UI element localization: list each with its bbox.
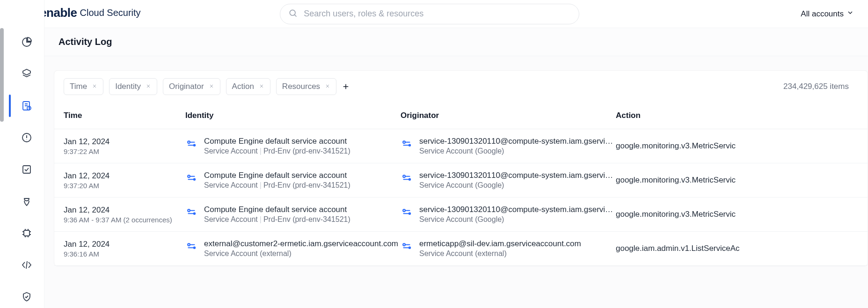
table-row[interactable]: Jan 12, 20249:36:16 AMexternal@customer2… [54, 232, 868, 266]
row-date: Jan 12, 2024 [64, 137, 185, 147]
identity-subtext: Service Account (external) [204, 249, 398, 258]
originator-cell: service-130901320110@compute-system.iam.… [401, 205, 616, 224]
originator-cell: service-130901320110@compute-system.iam.… [401, 171, 616, 190]
close-icon[interactable] [146, 83, 151, 90]
identity-subtext: Service Account|Prd-Env (prd-env-341521) [204, 215, 350, 224]
activity-card: TimeIdentityOriginatorActionResources 23… [54, 70, 868, 266]
originator-name: service-130901320110@compute-system.iam.… [419, 171, 616, 180]
close-icon[interactable] [209, 83, 214, 90]
nav-identity[interactable] [17, 192, 36, 211]
originator-name: service-130901320110@compute-system.iam.… [419, 137, 616, 146]
th-identity[interactable]: Identity [185, 111, 401, 120]
nav-dashboard[interactable] [17, 33, 36, 51]
svg-point-21 [194, 247, 195, 249]
time-cell: Jan 12, 20249:37:22 AM [64, 137, 185, 155]
service-account-icon [401, 172, 413, 186]
service-account-icon [185, 172, 197, 186]
identity-cell: Compute Engine default service accountSe… [185, 137, 401, 155]
filter-chip[interactable]: Identity [109, 78, 157, 95]
filter-chip-label: Identity [115, 82, 141, 91]
identity-cell: Compute Engine default service accountSe… [185, 171, 401, 190]
account-selector[interactable]: All accounts [801, 9, 854, 19]
identity-name: Compute Engine default service account [204, 171, 350, 180]
identity-name: external@customer2-ermetic.iam.gservicea… [204, 239, 398, 249]
nav-findings[interactable] [17, 128, 36, 147]
filter-chip[interactable]: Originator [163, 78, 220, 95]
nav-policies[interactable] [17, 287, 36, 306]
time-cell: Jan 12, 20249:36 AM - 9:37 AM (2 occurre… [64, 205, 185, 224]
close-icon[interactable] [325, 83, 330, 90]
chevron-down-icon [846, 9, 854, 19]
filter-chip-label: Resources [282, 82, 320, 91]
filter-chip-label: Action [232, 82, 254, 91]
global-search [280, 4, 579, 24]
service-account-icon [401, 206, 413, 220]
service-account-icon [401, 240, 413, 254]
filter-chip-label: Time [70, 82, 87, 91]
close-icon[interactable] [92, 83, 97, 90]
identity-name: Compute Engine default service account [204, 205, 350, 214]
th-time[interactable]: Time [64, 111, 185, 120]
nav-inventory[interactable] [17, 65, 36, 83]
svg-point-13 [194, 179, 195, 180]
page-header: Activity Log [44, 28, 868, 56]
filter-chip[interactable]: Resources [276, 78, 336, 95]
th-action[interactable]: Action [616, 111, 858, 120]
identity-cell: Compute Engine default service accountSe… [185, 205, 401, 224]
nav-activity-log[interactable] [17, 96, 36, 115]
table-row[interactable]: Jan 12, 20249:36 AM - 9:37 AM (2 occurre… [54, 198, 868, 232]
account-selector-label: All accounts [801, 9, 844, 19]
nav-workload[interactable] [17, 224, 36, 242]
filters-row: TimeIdentityOriginatorActionResources 23… [54, 71, 868, 103]
table-row[interactable]: Jan 12, 20249:37:22 AMCompute Engine def… [54, 129, 868, 163]
originator-cell: ermeticapp@sil-dev.iam.gserviceaccount.c… [401, 239, 616, 258]
action-cell: google.iam.admin.v1.ListServiceAc [616, 244, 858, 253]
originator-cell: service-130901320110@compute-system.iam.… [401, 137, 616, 155]
action-cell: google.monitoring.v3.MetricServic [616, 176, 858, 185]
side-nav [9, 0, 44, 308]
browser-scroll-thumb[interactable] [0, 28, 4, 122]
svg-point-23 [409, 247, 410, 249]
page-title: Activity Log [58, 37, 112, 47]
identity-subtext: Service Account|Prd-Env (prd-env-341521) [204, 147, 350, 155]
service-account-icon [185, 240, 197, 254]
nav-compliance[interactable] [17, 160, 36, 179]
action-cell: google.monitoring.v3.MetricServic [616, 141, 858, 151]
svg-rect-5 [23, 166, 30, 173]
browser-scroll-gutter [0, 0, 9, 308]
originator-name: ermeticapp@sil-dev.iam.gserviceaccount.c… [419, 239, 581, 249]
items-count: 234,429,625 items [783, 82, 858, 91]
service-account-icon [185, 206, 197, 220]
originator-subtext: Service Account (Google) [419, 147, 616, 155]
add-filter-button[interactable] [340, 81, 351, 92]
originator-subtext: Service Account (Google) [419, 215, 616, 224]
row-time: 9:37:20 AM [64, 182, 185, 190]
originator-name: service-130901320110@compute-system.iam.… [419, 205, 616, 214]
time-cell: Jan 12, 20249:36:16 AM [64, 240, 185, 258]
search-icon [288, 8, 298, 20]
th-originator[interactable]: Originator [401, 111, 616, 120]
nav-iac[interactable] [17, 256, 36, 274]
service-account-icon [401, 138, 413, 152]
identity-name: Compute Engine default service account [204, 137, 350, 146]
filter-chip[interactable]: Action [226, 78, 270, 95]
service-account-icon [185, 138, 197, 152]
close-icon[interactable] [259, 83, 264, 90]
time-cell: Jan 12, 20249:37:20 AM [64, 171, 185, 190]
svg-point-7 [290, 10, 295, 15]
svg-rect-6 [24, 230, 29, 236]
search-input[interactable] [280, 4, 579, 24]
identity-subtext: Service Account|Prd-Env (prd-env-341521) [204, 181, 350, 190]
filter-chip[interactable]: Time [64, 78, 103, 95]
table-row[interactable]: Jan 12, 20249:37:20 AMCompute Engine def… [54, 163, 868, 198]
svg-point-9 [194, 145, 195, 146]
row-date: Jan 12, 2024 [64, 240, 185, 249]
row-time: 9:36 AM - 9:37 AM (2 occurrences) [64, 216, 185, 224]
row-date: Jan 12, 2024 [64, 205, 185, 215]
identity-cell: external@customer2-ermetic.iam.gservicea… [185, 239, 401, 258]
row-date: Jan 12, 2024 [64, 171, 185, 181]
originator-subtext: Service Account (Google) [419, 181, 616, 190]
brand-suffix: Cloud Security [80, 7, 141, 18]
svg-point-15 [409, 179, 410, 180]
originator-subtext: Service Account (external) [419, 249, 581, 258]
